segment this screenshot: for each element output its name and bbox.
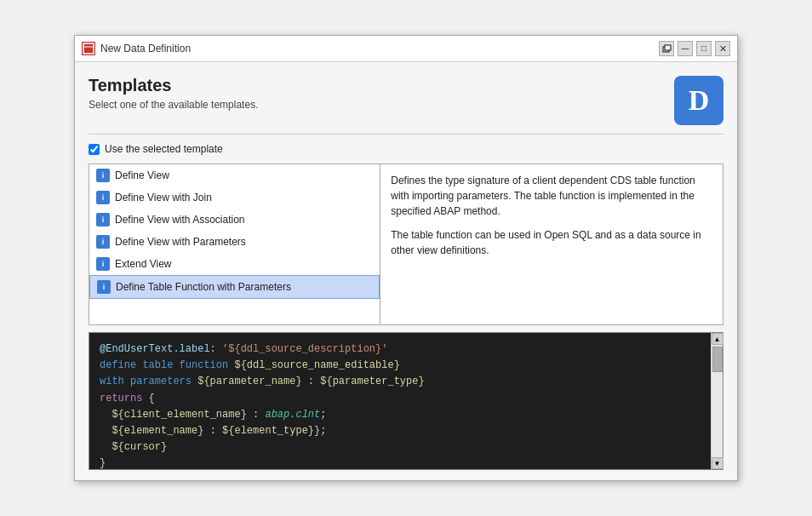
list-item[interactable]: i Define View with Association [89,209,380,231]
code-line-4: returns { [100,391,700,407]
template-icon: i [97,280,111,294]
code-line-2: define table function ${ddl_source_name_… [100,358,700,374]
code-content[interactable]: @EndUserText.label: '${ddl_source_descri… [89,333,711,469]
description-para1: Defines the type signature of a client d… [391,173,712,219]
template-icon: i [96,235,110,249]
scrollbar-thumb[interactable] [712,347,723,372]
code-line-6: ${element_name} : ${element_type}}; [100,423,700,439]
page-subtitle: Select one of the available templates. [89,99,258,111]
scrollbar-track: ▲ ▼ [711,333,723,469]
code-line-7: ${cursor} [100,439,700,456]
maximize-button[interactable]: □ [696,41,712,56]
code-line-3: with parameters ${parameter_name} : ${pa… [100,374,700,390]
list-item[interactable]: i Define View [89,164,380,186]
page-title: Templates [89,76,258,95]
code-line-8: } [100,456,700,469]
list-item-selected[interactable]: i Define Table Function with Parameters [89,275,380,299]
template-label: Define View with Association [115,214,245,226]
checkbox-label[interactable]: Use the selected template [105,143,223,155]
code-panel-wrapper: @EndUserText.label: '${ddl_source_descri… [89,332,723,470]
template-list: i Define View i Define View with Join i … [89,164,380,324]
separator [89,134,723,135]
svg-rect-3 [665,45,671,50]
page-header: Templates Select one of the available te… [89,76,723,125]
scrollbar-down-button[interactable]: ▼ [712,457,723,469]
list-item[interactable]: i Define View with Join [89,186,380,209]
template-icon: i [96,191,110,204]
code-line-1: @EndUserText.label: '${ddl_source_descri… [100,341,700,358]
template-label: Define View with Join [115,192,212,204]
code-line-5: ${client_element_name} : abap.clnt; [100,407,700,423]
main-panels: i Define View i Define View with Join i … [89,163,723,325]
checkbox-row: Use the selected template [89,143,723,155]
content-area: Templates Select one of the available te… [75,62,737,480]
list-item[interactable]: i Define View with Parameters [89,231,380,253]
page-logo: D [674,76,723,125]
description-para2: The table function can be used in Open S… [391,227,712,258]
title-bar-left: New Data Definition [82,42,191,55]
template-icon: i [96,213,110,226]
template-icon: i [96,257,110,271]
main-window: New Data Definition ─ □ ✕ Temp [74,35,738,481]
title-bar-controls: ─ □ ✕ [659,41,730,56]
template-description: Defines the type signature of a client d… [380,164,723,324]
use-template-checkbox[interactable] [89,144,100,155]
title-bar: New Data Definition ─ □ ✕ [75,36,737,62]
template-label: Define Table Function with Parameters [116,281,291,293]
svg-rect-0 [83,43,94,54]
template-label: Extend View [115,258,172,270]
list-item[interactable]: i Extend View [89,253,380,275]
minimize-button[interactable]: ─ [678,41,693,56]
window-icon [82,42,95,55]
restore-button[interactable] [659,41,674,56]
close-button[interactable]: ✕ [715,41,730,56]
template-label: Define View with Parameters [115,236,246,248]
header-left: Templates Select one of the available te… [89,76,258,111]
scrollbar-up-button[interactable]: ▲ [712,333,723,345]
template-label: Define View [115,169,169,181]
template-icon: i [96,169,110,182]
window-title: New Data Definition [100,43,191,54]
